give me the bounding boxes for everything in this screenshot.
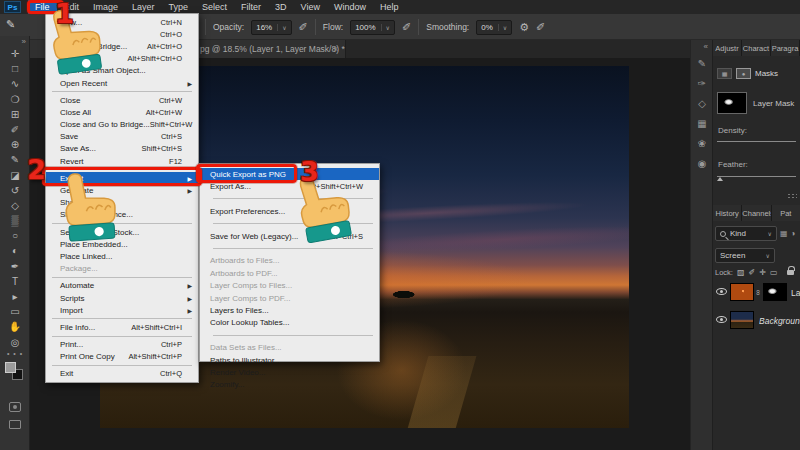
foreground-color-swatch[interactable] — [5, 362, 16, 373]
menu-item-close[interactable]: Close Ctrl+W ▶ — [46, 94, 198, 106]
chevron-down-icon[interactable]: ∨ — [277, 24, 286, 31]
filter-adjustment-layers-icon[interactable]: ◑ — [791, 229, 796, 238]
layer1-name[interactable]: Lay — [791, 288, 800, 298]
menu-item-package[interactable]: Package... ▶ — [46, 263, 198, 275]
menu-item-place-linked[interactable]: Place Linked... ▶ — [46, 250, 198, 262]
menu-item-exit[interactable]: Exit Ctrl+Q ▶ — [46, 368, 198, 380]
chevron-down-icon[interactable]: ∨ — [381, 24, 390, 31]
background-thumbnail[interactable] — [730, 311, 754, 329]
gradient-tool[interactable]: ▒ — [0, 213, 30, 228]
menu-item-save-as[interactable]: Save As... Shift+Ctrl+S ▶ — [46, 143, 198, 155]
eyedropper-tool[interactable]: ✐ — [0, 122, 30, 137]
menubar-item-layer[interactable]: Layer — [125, 0, 162, 14]
menubar-item-window[interactable]: Window — [327, 0, 373, 14]
mask-link-icon[interactable]: ∞ — [755, 290, 762, 295]
tab-character[interactable]: Charact — [742, 40, 771, 56]
type-tool[interactable]: T — [0, 274, 30, 289]
pixel-mask-icon[interactable]: ▦ — [717, 68, 732, 79]
layer-mask-thumbnail[interactable] — [717, 92, 747, 114]
blend-mode-dropdown[interactable]: Screen ∨ — [715, 248, 775, 263]
tab-paths[interactable]: Pat — [772, 205, 800, 221]
menu-item-file-info[interactable]: File Info... Alt+Shift+Ctrl+I ▶ — [46, 321, 198, 333]
lock-transparency-icon[interactable]: ▨ — [737, 268, 745, 277]
submenu-item-data-sets-as-files[interactable]: Data Sets as Files... ▶ — [200, 341, 379, 353]
layer-row-background[interactable]: Background — [713, 308, 800, 334]
crop-tool[interactable]: ⊞ — [0, 107, 30, 122]
hand-tool[interactable]: ✋ — [0, 319, 30, 334]
clone-stamp-tool[interactable]: ◪ — [0, 168, 30, 183]
airbrush-icon[interactable]: ✐ — [402, 21, 411, 34]
layer1-thumbnail[interactable] — [730, 283, 754, 301]
lock-all-icon[interactable] — [787, 270, 794, 275]
dodge-tool[interactable]: ◐ — [0, 243, 30, 258]
brush-tool[interactable]: ✎ — [0, 152, 30, 167]
tab-close-icon[interactable]: × — [333, 44, 338, 54]
dock-collapse-icon[interactable]: « — [704, 42, 708, 51]
blur-tool[interactable]: ○ — [0, 228, 30, 243]
quick-mask-icon[interactable] — [9, 402, 21, 412]
menu-item-close-and-go-to-bridge[interactable]: Close and Go to Bridge... Shift+Ctrl+W ▶ — [46, 119, 198, 131]
menu-item-print-one-copy[interactable]: Print One Copy Alt+Shift+Ctrl+P ▶ — [46, 351, 198, 363]
menu-item-import[interactable]: Import ▶ — [46, 304, 198, 316]
menubar-item-3d[interactable]: 3D — [268, 0, 294, 14]
brush-angle-icon[interactable]: ✐ — [536, 21, 545, 34]
layer-filter-dropdown[interactable]: Kind ∨ — [715, 226, 777, 241]
toolbar-more-icon[interactable]: • • • — [0, 350, 30, 357]
layer1-mask-thumbnail[interactable] — [763, 283, 787, 301]
menubar-item-view[interactable]: View — [294, 0, 327, 14]
character-styles-icon[interactable]: ▦ — [691, 114, 713, 134]
submenu-item-render-video[interactable]: Render Video... ▶ — [200, 366, 379, 378]
submenu-item-layers-to-files[interactable]: Layers to Files... ▶ — [200, 304, 379, 316]
chevron-down-icon[interactable]: ∨ — [498, 24, 507, 31]
rectangle-tool[interactable]: ▭ — [0, 304, 30, 319]
paint-icon[interactable]: ❀ — [691, 134, 713, 154]
airbrush-icon[interactable]: ✐ — [299, 21, 308, 34]
menu-item-save[interactable]: Save Ctrl+S ▶ — [46, 131, 198, 143]
zoom-tool[interactable]: ◎ — [0, 335, 30, 350]
brush-preset-icon[interactable]: ✎ — [6, 18, 15, 31]
toolbar-expand-icon[interactable]: » — [22, 37, 26, 46]
menubar-item-type[interactable]: Type — [162, 0, 196, 14]
submenu-item-color-lookup-tables[interactable]: Color Lookup Tables... ▶ — [200, 317, 379, 329]
lock-position-icon[interactable]: ✛ — [759, 268, 766, 277]
menu-item-scripts[interactable]: Scripts ▶ — [46, 292, 198, 304]
menu-item-print[interactable]: Print... Ctrl+P ▶ — [46, 339, 198, 351]
eye-visibility-icon[interactable] — [716, 316, 727, 323]
menu-item-open-recent[interactable]: Open Recent ▶ — [46, 77, 198, 89]
swirl-icon[interactable]: ◉ — [691, 154, 713, 174]
menubar-item-help[interactable]: Help — [373, 0, 406, 14]
menu-item-close-all[interactable]: Close All Alt+Ctrl+W ▶ — [46, 106, 198, 118]
screen-mode-icon[interactable] — [9, 420, 21, 429]
submenu-item-artboards-to-pdf[interactable]: Artboards to PDF... ▶ — [200, 267, 379, 279]
lock-paint-icon[interactable]: ✐ — [749, 268, 756, 277]
tab-channels[interactable]: Channels — [742, 205, 771, 221]
lock-artboard-icon[interactable]: ▭ — [770, 268, 778, 277]
eraser-tool[interactable]: ◇ — [0, 198, 30, 213]
submenu-item-zoomify[interactable]: Zoomify... ▶ — [200, 379, 379, 391]
filter-pixel-layers-icon[interactable]: ▦ — [780, 229, 788, 238]
tab-history[interactable]: History — [713, 205, 742, 221]
tool-presets-icon[interactable]: ✑ — [691, 74, 713, 94]
density-slider[interactable] — [717, 141, 796, 142]
feather-slider[interactable] — [717, 176, 796, 177]
marquee-tool[interactable]: □ — [0, 61, 30, 76]
path-selection-tool[interactable]: ▸ — [0, 289, 30, 304]
submenu-item-artboards-to-files[interactable]: Artboards to Files... ▶ — [200, 255, 379, 267]
brush-settings-icon[interactable]: ✎ — [691, 54, 713, 74]
layer-row-layer1[interactable]: ∞ Lay — [713, 280, 800, 306]
menubar-item-select[interactable]: Select — [195, 0, 234, 14]
move-tool[interactable]: ✛ — [0, 46, 30, 61]
gear-icon[interactable]: ⚙ — [519, 21, 529, 34]
quick-selection-tool[interactable]: ❍ — [0, 92, 30, 107]
tab-paragraph[interactable]: Paragra — [771, 40, 800, 56]
submenu-item-paths-to-illustrator[interactable]: Paths to Illustrator... ▶ — [200, 354, 379, 366]
vector-mask-icon[interactable]: ● — [736, 68, 751, 79]
menu-item-revert[interactable]: Revert F12 ▶ — [46, 155, 198, 167]
lasso-tool[interactable]: ∿ — [0, 76, 30, 91]
menu-item-automate[interactable]: Automate ▶ — [46, 280, 198, 292]
eye-visibility-icon[interactable] — [716, 288, 727, 295]
smoothing-field[interactable]: 0% ∨ — [476, 20, 512, 35]
feather-slider-handle[interactable] — [717, 177, 723, 181]
menubar-item-filter[interactable]: Filter — [234, 0, 268, 14]
panel-resize-grip[interactable] — [787, 193, 797, 199]
